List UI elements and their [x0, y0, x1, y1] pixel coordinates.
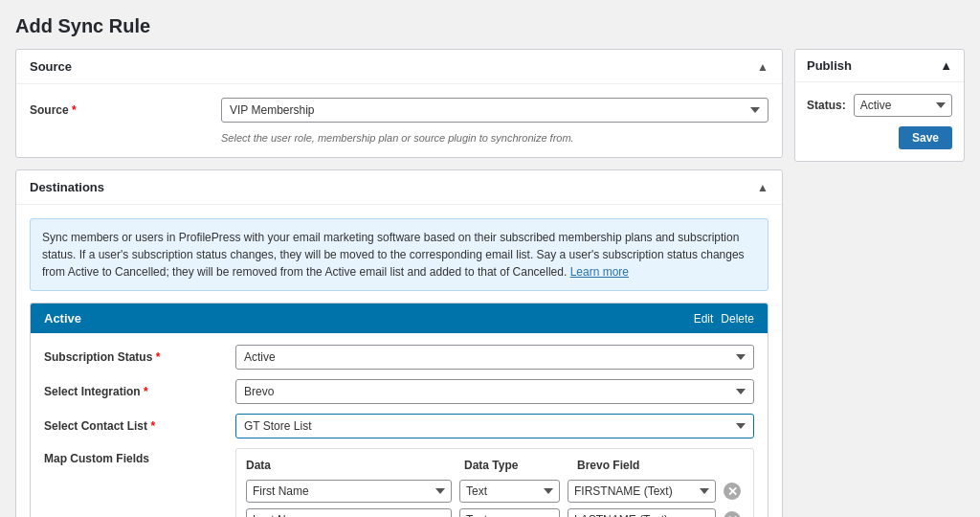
subscription-status-label: Subscription Status *	[44, 350, 235, 364]
publish-collapse-icon[interactable]: ▲	[940, 58, 952, 73]
map-fields-label: Map Custom Fields	[44, 448, 235, 465]
map-field-row-2: First Name Last Name Email Text Number D…	[246, 508, 744, 517]
map-type-select-2[interactable]: Text Number Date	[459, 508, 560, 517]
integration-label: Select Integration *	[44, 385, 235, 398]
map-field-select-2[interactable]: FIRSTNAME (Text) LASTNAME (Text) EMAIL (…	[568, 508, 716, 517]
destinations-card-header: Destinations ▲	[16, 170, 782, 205]
source-label: Source *	[30, 103, 221, 117]
source-help-text: Select the user role, membership plan or…	[221, 132, 768, 144]
publish-card: Publish ▲ Status: Active Inactive Save	[794, 49, 965, 162]
source-card-header: Source ▲	[16, 50, 782, 84]
col-type-header: Data Type	[464, 459, 569, 472]
publish-title: Publish	[807, 58, 852, 73]
contact-list-select[interactable]: GT Store List Default List	[235, 414, 754, 438]
map-field-select-1[interactable]: FIRSTNAME (Text) LASTNAME (Text) EMAIL (…	[568, 480, 716, 503]
source-card-body: Source * VIP Membership Basic Membership…	[16, 84, 782, 157]
save-button[interactable]: Save	[899, 126, 952, 149]
source-collapse-icon[interactable]: ▲	[757, 60, 768, 74]
integration-select[interactable]: Brevo Mailchimp ActiveCampaign	[235, 379, 754, 404]
destinations-collapse-icon[interactable]: ▲	[757, 181, 768, 194]
destination-active-block: Active Edit Delete Subscription Status *	[30, 303, 768, 517]
destination-edit-btn[interactable]: Edit	[694, 312, 714, 326]
destinations-card-body: Sync members or users in ProfilePress wi…	[16, 205, 782, 517]
source-select[interactable]: VIP Membership Basic Membership Premium …	[221, 98, 768, 123]
info-text: Sync members or users in ProfilePress wi…	[42, 231, 745, 279]
source-card-title: Source	[30, 59, 72, 74]
map-custom-fields-section: Map Custom Fields Data Data Type Brevo F…	[44, 448, 754, 517]
source-card: Source ▲ Source * VIP Membership Basic M…	[15, 49, 783, 158]
subscription-status-row: Subscription Status * Active Cancelled E…	[44, 345, 754, 370]
remove-field-btn-2[interactable]: ✕	[724, 511, 741, 517]
integration-row: Select Integration * Brevo Mailchimp Act…	[44, 379, 754, 404]
destination-body: Subscription Status * Active Cancelled E…	[31, 333, 768, 517]
contact-list-label: Select Contact List *	[44, 419, 235, 433]
publish-status-row: Status: Active Inactive	[807, 94, 952, 117]
contact-list-row: Select Contact List * GT Store List Defa…	[44, 414, 754, 438]
source-form-row: Source * VIP Membership Basic Membership…	[30, 98, 768, 123]
destination-block-header: Active Edit Delete	[31, 303, 768, 333]
publish-header: Publish ▲	[795, 50, 964, 82]
map-data-select-1[interactable]: First Name Last Name Email	[246, 480, 452, 503]
source-required: *	[72, 103, 77, 117]
col-data-header: Data	[246, 459, 457, 472]
subscription-status-select[interactable]: Active Cancelled Expired Pending	[235, 345, 754, 370]
destinations-card: Destinations ▲ Sync members or users in …	[15, 169, 783, 517]
sidebar: Publish ▲ Status: Active Inactive Save	[794, 49, 965, 162]
col-field-header: Brevo Field	[577, 459, 744, 472]
publish-status-label: Status:	[807, 99, 846, 112]
map-field-row-1: First Name Last Name Email Text Number D…	[246, 480, 744, 503]
remove-field-btn-1[interactable]: ✕	[724, 483, 741, 500]
destinations-card-title: Destinations	[30, 180, 104, 194]
page-title: Add Sync Rule	[15, 15, 965, 37]
map-data-select-2[interactable]: First Name Last Name Email	[246, 508, 452, 517]
learn-more-link[interactable]: Learn more	[570, 265, 629, 279]
destination-delete-btn[interactable]: Delete	[721, 312, 754, 326]
destination-block-title: Active	[44, 311, 81, 326]
destinations-info-box: Sync members or users in ProfilePress wi…	[30, 218, 768, 291]
publish-body: Status: Active Inactive Save	[795, 82, 964, 161]
main-content: Source ▲ Source * VIP Membership Basic M…	[15, 49, 783, 517]
destination-header-actions: Edit Delete	[694, 312, 754, 326]
map-fields-inner: Data Data Type Brevo Field First Name La…	[235, 448, 754, 517]
map-fields-header: Data Data Type Brevo Field	[246, 459, 744, 472]
map-type-select-1[interactable]: Text Number Date	[459, 480, 560, 503]
publish-status-select[interactable]: Active Inactive	[854, 94, 952, 117]
